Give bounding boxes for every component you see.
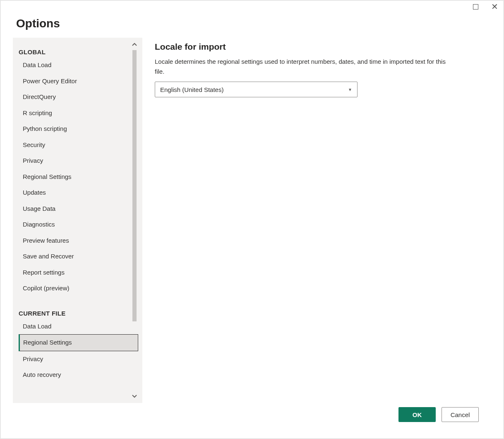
- content-panel: Locale for import Locale determines the …: [155, 38, 491, 403]
- sidebar-item-usage-data[interactable]: Usage Data: [19, 201, 138, 217]
- ok-button[interactable]: OK: [398, 407, 436, 422]
- maximize-button[interactable]: [470, 1, 481, 12]
- sidebar-item-preview-features[interactable]: Preview features: [19, 233, 138, 249]
- close-button[interactable]: ✕: [489, 1, 500, 12]
- chevron-down-icon: ▼: [348, 87, 352, 92]
- sidebar-item-r-scripting[interactable]: R scripting: [19, 105, 138, 121]
- sidebar-item-data-load[interactable]: Data Load: [19, 318, 138, 335]
- section-description: Locale determines the regional settings …: [155, 57, 457, 77]
- sidebar-item-regional-settings[interactable]: Regional Settings: [19, 334, 138, 351]
- close-icon: ✕: [491, 2, 498, 11]
- sidebar-item-copilot-preview-[interactable]: Copilot (preview): [19, 280, 138, 297]
- sidebar-item-privacy[interactable]: Privacy: [19, 153, 138, 169]
- section-header: GLOBAL: [19, 45, 138, 57]
- options-dialog: ✕ Options GLOBALData LoadPower Query Edi…: [0, 0, 504, 439]
- scrollbar[interactable]: [130, 38, 139, 403]
- sidebar-item-power-query-editor[interactable]: Power Query Editor: [19, 73, 138, 89]
- sidebar-item-save-and-recover[interactable]: Save and Recover: [19, 248, 138, 265]
- locale-selected-value: English (United States): [160, 86, 223, 93]
- locale-dropdown[interactable]: English (United States) ▼: [155, 82, 358, 97]
- section-heading: Locale for import: [155, 42, 491, 52]
- title-bar: ✕: [0, 0, 504, 13]
- cancel-button[interactable]: Cancel: [442, 407, 479, 422]
- sidebar: GLOBALData LoadPower Query EditorDirectQ…: [13, 38, 142, 403]
- dialog-footer: OK Cancel: [0, 403, 504, 439]
- sidebar-item-privacy[interactable]: Privacy: [19, 351, 138, 367]
- sidebar-item-security[interactable]: Security: [19, 137, 138, 153]
- scroll-down-arrow-icon[interactable]: [132, 392, 137, 400]
- sidebar-item-auto-recovery[interactable]: Auto recovery: [19, 367, 138, 383]
- sidebar-item-updates[interactable]: Updates: [19, 185, 138, 201]
- main-area: GLOBALData LoadPower Query EditorDirectQ…: [0, 38, 504, 403]
- sidebar-item-regional-settings[interactable]: Regional Settings: [19, 169, 138, 185]
- sidebar-item-directquery[interactable]: DirectQuery: [19, 89, 138, 105]
- sidebar-item-data-load[interactable]: Data Load: [19, 57, 138, 73]
- sidebar-item-diagnostics[interactable]: Diagnostics: [19, 217, 138, 233]
- section-header: CURRENT FILE: [19, 306, 138, 318]
- maximize-icon: [473, 4, 478, 10]
- sidebar-content: GLOBALData LoadPower Query EditorDirectQ…: [13, 45, 142, 403]
- dialog-title: Options: [0, 13, 504, 38]
- sidebar-item-report-settings[interactable]: Report settings: [19, 265, 138, 281]
- sidebar-item-python-scripting[interactable]: Python scripting: [19, 121, 138, 137]
- scroll-up-arrow-icon[interactable]: [132, 40, 137, 48]
- scroll-thumb[interactable]: [132, 50, 137, 321]
